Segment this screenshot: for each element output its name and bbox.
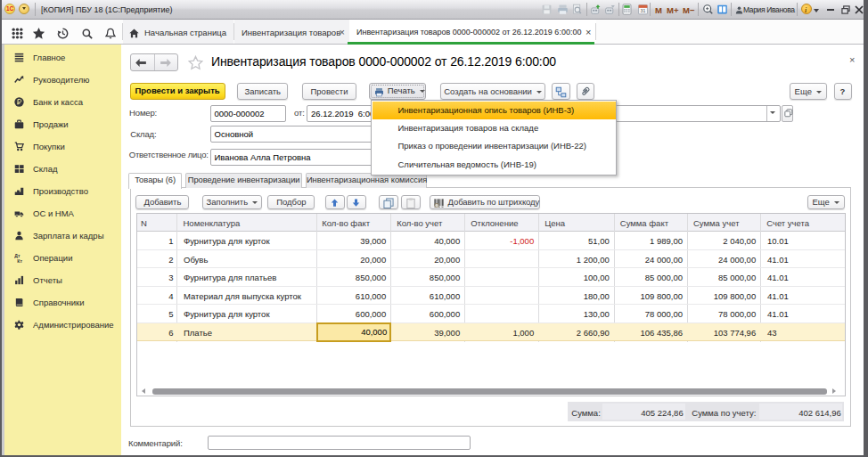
svg-text:Кт: Кт — [17, 257, 22, 262]
svg-text:31: 31 — [641, 8, 646, 13]
